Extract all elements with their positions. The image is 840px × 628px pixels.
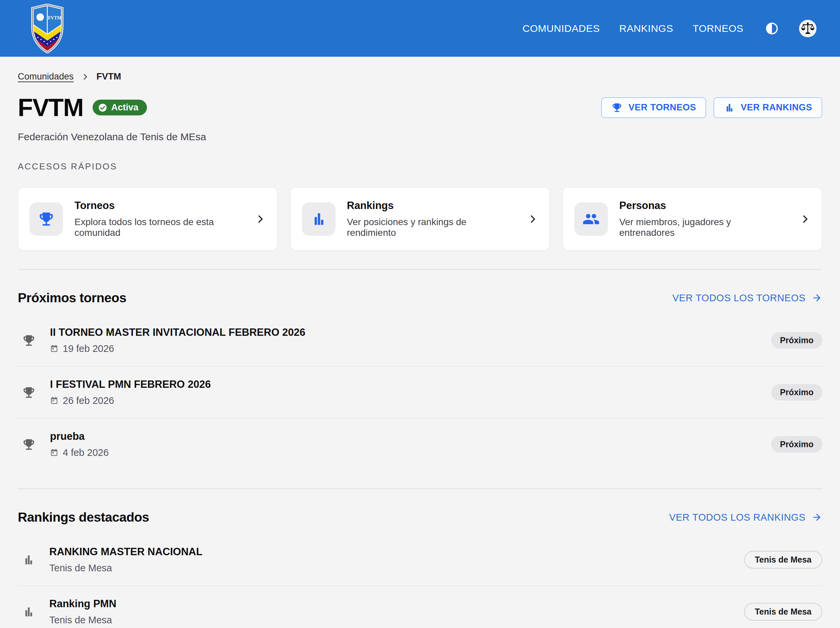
- tournaments-list: II TORNEO MASTER INVITACIONAL FEBRERO 20…: [18, 315, 822, 470]
- trophy-icon: [22, 437, 36, 451]
- tournament-row[interactable]: I FESTIVAL PMN FEBRERO 2026 26 feb 2026 …: [18, 367, 822, 419]
- trophy-icon: [22, 333, 36, 347]
- bar-chart-icon: [723, 102, 735, 114]
- tournaments-section-title: Próximos torneos: [18, 290, 126, 305]
- nav-torneos[interactable]: TORNEOS: [693, 23, 744, 34]
- card-title: Torneos: [74, 200, 243, 212]
- calendar-icon: [50, 448, 58, 457]
- ranking-category: Tenis de Mesa: [49, 563, 112, 574]
- check-circle-icon: [98, 103, 107, 112]
- svg-text:★: ★: [46, 42, 49, 45]
- bar-chart-icon: [310, 210, 327, 228]
- ver-rankings-button[interactable]: VER RANKINGS: [714, 97, 822, 118]
- tournament-date: 19 feb 2026: [63, 343, 114, 354]
- tournament-name: prueba: [50, 431, 109, 442]
- tournament-status-badge: Próximo: [771, 436, 822, 453]
- tournament-name: II TORNEO MASTER INVITACIONAL FEBRERO 20…: [50, 327, 305, 338]
- rankings-section-title: Rankings destacados: [18, 510, 149, 525]
- card-title: Personas: [619, 200, 788, 212]
- calendar-icon: [50, 344, 58, 353]
- quick-card-rankings[interactable]: Rankings Ver posiciones y rankings de re…: [290, 187, 550, 251]
- user-avatar[interactable]: [799, 20, 816, 37]
- card-icon-tile: [574, 202, 608, 236]
- card-description: Explora todos los torneos de esta comuni…: [74, 217, 243, 238]
- view-all-tournaments-link[interactable]: VER TODOS LOS TORNEOS: [672, 292, 822, 304]
- ranking-sport-badge: Tenis de Mesa: [744, 603, 822, 621]
- quick-card-personas[interactable]: Personas Ver miembros, jugadores y entre…: [562, 187, 822, 251]
- view-all-label: VER TODOS LOS RANKINGS: [669, 512, 805, 523]
- ranking-category: Tenis de Mesa: [49, 615, 112, 626]
- app-header: FVTM ★★★ ★★★ ★★★ COMUNIDADES RANKINGS TO…: [0, 0, 840, 57]
- status-label: Activa: [111, 102, 138, 113]
- breadcrumb-comunidades-link[interactable]: Comunidades: [18, 71, 74, 82]
- svg-text:★: ★: [40, 38, 42, 41]
- view-all-rankings-link[interactable]: VER TODOS LOS RANKINGS: [669, 512, 822, 523]
- svg-text:FVTM: FVTM: [48, 15, 62, 20]
- tournament-name: I FESTIVAL PMN FEBRERO 2026: [50, 379, 211, 390]
- tournament-row[interactable]: prueba 4 feb 2026 Próximo: [18, 419, 822, 470]
- ver-torneos-button[interactable]: VER TORNEOS: [601, 97, 706, 118]
- nav-comunidades[interactable]: COMUNIDADES: [522, 23, 600, 34]
- theme-contrast-icon[interactable]: [765, 22, 779, 36]
- divider: [18, 488, 822, 489]
- calendar-icon: [50, 396, 58, 405]
- bar-chart-icon: [22, 605, 35, 619]
- main-nav: COMUNIDADES RANKINGS TORNEOS: [522, 23, 744, 34]
- svg-text:★: ★: [53, 38, 55, 41]
- community-description: Federación Venezolana de Tenis de MEsa: [18, 131, 822, 143]
- quick-card-torneos[interactable]: Torneos Explora todos los torneos de est…: [18, 187, 278, 251]
- trophy-icon: [22, 385, 36, 399]
- tournament-row[interactable]: II TORNEO MASTER INVITACIONAL FEBRERO 20…: [18, 315, 822, 367]
- trophy-icon: [611, 102, 623, 114]
- card-description: Ver miembros, jugadores y entrenadores: [619, 217, 788, 238]
- arrow-right-icon: [812, 512, 822, 523]
- svg-text:★: ★: [36, 36, 39, 39]
- card-icon-tile: [30, 202, 63, 236]
- chevron-right-icon: [81, 73, 89, 81]
- chevron-right-icon: [527, 214, 538, 224]
- ranking-name: Ranking PMN: [49, 598, 117, 610]
- tournament-status-badge: Próximo: [771, 384, 822, 401]
- tournament-status-badge: Próximo: [771, 332, 822, 349]
- card-icon-tile: [302, 202, 335, 236]
- tournament-date: 26 feb 2026: [63, 395, 114, 406]
- breadcrumb: Comunidades FVTM: [18, 71, 822, 82]
- ranking-row[interactable]: Ranking PMN Tenis de Mesa Tenis de Mesa: [18, 586, 822, 628]
- scales-icon: [800, 21, 816, 36]
- card-title: Rankings: [347, 200, 516, 212]
- page-title: FVTM: [18, 93, 83, 122]
- card-description: Ver posiciones y rankings de rendimiento: [347, 217, 516, 238]
- divider: [18, 269, 822, 270]
- chevron-right-icon: [800, 214, 810, 224]
- ver-torneos-label: VER TORNEOS: [628, 102, 696, 113]
- fvtm-logo[interactable]: FVTM ★★★ ★★★ ★★★: [30, 4, 65, 53]
- chevron-right-icon: [255, 214, 266, 224]
- svg-text:★: ★: [43, 40, 45, 43]
- ranking-row[interactable]: RANKING MASTER NACIONAL Tenis de Mesa Te…: [18, 534, 822, 586]
- ver-rankings-label: VER RANKINGS: [741, 102, 812, 113]
- svg-text:★: ★: [56, 36, 58, 39]
- nav-rankings[interactable]: RANKINGS: [619, 23, 673, 34]
- view-all-label: VER TODOS LOS TORNEOS: [672, 292, 805, 304]
- ranking-name: RANKING MASTER NACIONAL: [49, 546, 202, 558]
- arrow-right-icon: [812, 292, 822, 303]
- bar-chart-icon: [22, 553, 35, 566]
- tournament-date: 4 feb 2026: [63, 447, 109, 458]
- people-icon: [583, 210, 600, 228]
- rankings-list: RANKING MASTER NACIONAL Tenis de Mesa Te…: [18, 534, 822, 628]
- quick-access-label: ACCESOS RÁPIDOS: [18, 161, 822, 172]
- svg-text:★: ★: [49, 40, 52, 43]
- trophy-icon: [38, 210, 55, 228]
- breadcrumb-current: FVTM: [96, 71, 122, 82]
- status-badge: Activa: [93, 99, 147, 115]
- ranking-sport-badge: Tenis de Mesa: [744, 551, 822, 569]
